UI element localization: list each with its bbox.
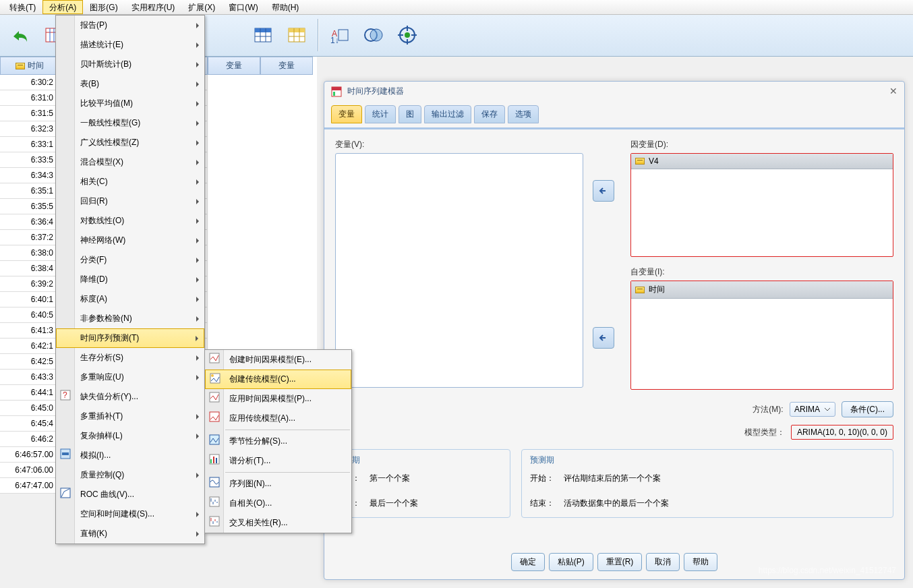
dialog-close-button[interactable]: ✕ bbox=[889, 86, 897, 96]
submenu-item[interactable]: 交叉相关性(R)... bbox=[205, 513, 351, 533]
menu-window[interactable]: 窗口(W) bbox=[222, 0, 264, 14]
menu-item[interactable]: 分类(F) bbox=[56, 250, 204, 270]
move-to-dependent-button[interactable] bbox=[593, 180, 614, 202]
menu-analyze[interactable]: 分析(A) bbox=[42, 0, 83, 14]
menu-item[interactable]: ROC 曲线(V)... bbox=[56, 485, 204, 504]
independent-listbox[interactable]: 时间 bbox=[630, 281, 893, 390]
dialog-tabs: 变量 统计 图 输出过滤 保存 选项 bbox=[324, 101, 904, 129]
tab-output-filter[interactable]: 输出过滤 bbox=[424, 105, 471, 123]
menu-item[interactable]: 降维(D) bbox=[56, 270, 204, 289]
cell-time: 6:35:1 bbox=[0, 183, 59, 199]
target-button[interactable] bbox=[392, 19, 422, 51]
chevron-right-icon bbox=[196, 297, 199, 302]
analyze-dropdown: 报告(P)描述统计(E)贝叶斯统计(B)表(B)比较平均值(M)一般线性模型(G… bbox=[55, 15, 205, 544]
app-menubar: 转换(T) 分析(A) 图形(G) 实用程序(U) 扩展(X) 窗口(W) 帮助… bbox=[0, 0, 913, 15]
menu-item[interactable]: 复杂抽样(L) bbox=[56, 426, 204, 446]
submenu-item[interactable]: 应用传统模型(A)... bbox=[205, 409, 351, 428]
cell-time: 6:37:2 bbox=[0, 230, 59, 245]
menu-item[interactable]: 直销(K) bbox=[56, 524, 204, 543]
table-button[interactable] bbox=[248, 19, 278, 51]
reset-button[interactable]: 重置(R) bbox=[597, 553, 643, 571]
venn-button[interactable] bbox=[359, 19, 388, 51]
tab-save[interactable]: 保存 bbox=[474, 105, 505, 123]
cell-time: 6:41:3 bbox=[0, 323, 59, 339]
undo-button[interactable] bbox=[5, 19, 35, 51]
roc-icon bbox=[60, 488, 71, 498]
label-button[interactable]: A1↓ bbox=[325, 19, 355, 51]
grid-button[interactable] bbox=[282, 19, 312, 51]
dependent-listbox[interactable]: V4 bbox=[630, 153, 893, 257]
paste-button[interactable]: 粘贴(P) bbox=[549, 553, 593, 571]
ruler-icon bbox=[635, 287, 645, 293]
menu-item[interactable]: 标度(A) bbox=[56, 289, 204, 309]
menu-help[interactable]: 帮助(H) bbox=[265, 0, 306, 14]
submenu-item[interactable]: 应用时间因果模型(P)... bbox=[205, 389, 351, 409]
seq-icon bbox=[209, 477, 220, 488]
menu-item[interactable]: 混合模型(X) bbox=[56, 152, 204, 172]
menu-item[interactable]: 一般线性模型(G) bbox=[56, 113, 204, 133]
time-series-modeler-dialog: 时间序列建模器 ✕ 变量 统计 图 输出过滤 保存 选项 变量(V): 因变量(… bbox=[324, 81, 905, 580]
tab-statistics[interactable]: 统计 bbox=[365, 105, 396, 123]
ok-button[interactable]: 确定 bbox=[511, 553, 545, 571]
menu-transform[interactable]: 转换(T) bbox=[3, 0, 42, 14]
chevron-right-icon bbox=[196, 82, 199, 87]
criteria-button[interactable]: 条件(C)... bbox=[842, 401, 893, 417]
chevron-right-icon bbox=[196, 336, 198, 341]
modeler-icon bbox=[331, 86, 342, 97]
ruler-icon bbox=[635, 158, 645, 165]
cell-time: 6:43:3 bbox=[0, 370, 59, 385]
menu-item[interactable]: 模拟(I)... bbox=[56, 446, 204, 465]
chevron-right-icon bbox=[196, 355, 199, 361]
menu-item[interactable]: 空间和时间建模(S)... bbox=[56, 504, 204, 524]
forecast-period-fieldset: 预测期 开始：评估期结束后的第一个个案 结束：活动数据集中的最后一个个案 bbox=[521, 449, 893, 518]
menu-item[interactable]: 描述统计(E) bbox=[56, 35, 204, 55]
help-button[interactable]: 帮助 bbox=[684, 553, 717, 571]
menu-item[interactable]: 多重插补(T) bbox=[56, 407, 204, 426]
cell-time: 6:47:47.00 bbox=[0, 478, 59, 494]
menu-item[interactable]: 时间序列预测(T) bbox=[56, 328, 204, 348]
submenu-item[interactable]: 谱分析(T)... bbox=[205, 451, 351, 471]
menu-item[interactable]: 广义线性模型(Z) bbox=[56, 133, 204, 152]
menu-item[interactable]: 神经网络(W) bbox=[56, 231, 204, 250]
menu-item[interactable]: 非参数检验(N) bbox=[56, 309, 204, 328]
pred-legend: 预测期 bbox=[527, 454, 557, 466]
method-dropdown[interactable]: ARIMA bbox=[790, 402, 835, 417]
menu-item[interactable]: 报告(P) bbox=[56, 16, 204, 35]
menu-item[interactable]: 表(B) bbox=[56, 74, 204, 94]
menu-graphs[interactable]: 图形(G) bbox=[83, 0, 124, 14]
independent-item[interactable]: 时间 bbox=[631, 281, 893, 299]
submenu-item[interactable]: 创建时间因果模型(E)... bbox=[205, 350, 351, 370]
move-to-independent-button[interactable] bbox=[593, 327, 614, 349]
cancel-button[interactable]: 取消 bbox=[646, 553, 680, 571]
submenu-item[interactable]: 创建传统模型(C)... bbox=[205, 370, 351, 389]
submenu-item[interactable]: 自相关(O)... bbox=[205, 494, 351, 513]
col-var1: 变量 bbox=[208, 57, 260, 75]
submenu-item[interactable]: 季节性分解(S)... bbox=[205, 432, 351, 451]
chevron-right-icon bbox=[196, 62, 199, 67]
tab-options[interactable]: 选项 bbox=[508, 105, 539, 123]
menu-extensions[interactable]: 扩展(X) bbox=[181, 0, 222, 14]
menu-item[interactable]: 回归(R) bbox=[56, 192, 204, 211]
menu-item[interactable]: 生存分析(S) bbox=[56, 348, 204, 368]
col-var2: 变量 bbox=[260, 57, 313, 75]
tab-variables[interactable]: 变量 bbox=[331, 105, 362, 123]
menu-item[interactable]: 缺失值分析(Y)...? bbox=[56, 387, 204, 407]
cell-time: 6:30:2 bbox=[0, 75, 59, 90]
menu-item[interactable]: 比较平均值(M) bbox=[56, 94, 204, 113]
dependent-item[interactable]: V4 bbox=[631, 154, 893, 169]
variables-listbox[interactable] bbox=[335, 153, 583, 388]
svg-rect-34 bbox=[210, 392, 219, 402]
menu-item[interactable]: 多重响应(U) bbox=[56, 368, 204, 387]
menu-item[interactable]: 对数线性(O) bbox=[56, 211, 204, 231]
submenu-item[interactable]: 序列图(N)... bbox=[205, 474, 351, 494]
menu-item[interactable]: 质量控制(Q) bbox=[56, 465, 204, 485]
chevron-down-icon bbox=[824, 406, 831, 413]
sim-icon bbox=[60, 448, 71, 459]
menu-item[interactable]: 贝叶斯统计(B) bbox=[56, 55, 204, 74]
cell-time: 6:46:2 bbox=[0, 432, 59, 447]
estimation-period-fieldset: 算期 始：第一个个案 束：最后一个个案 bbox=[335, 449, 510, 518]
menu-utilities[interactable]: 实用程序(U) bbox=[125, 0, 182, 14]
tab-plots[interactable]: 图 bbox=[399, 105, 421, 123]
chevron-right-icon bbox=[196, 277, 199, 283]
menu-item[interactable]: 相关(C) bbox=[56, 172, 204, 192]
